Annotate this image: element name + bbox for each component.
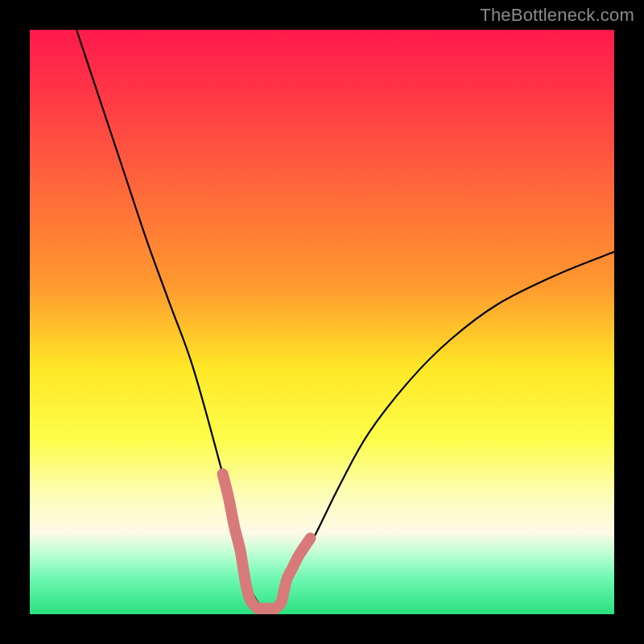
chart-svg (30, 30, 614, 614)
bottleneck-curve-path (76, 30, 614, 613)
optimal-zone-marker-path (223, 474, 311, 609)
watermark-text: TheBottleneck.com (480, 5, 634, 26)
plot-area (30, 30, 614, 614)
chart-frame: TheBottleneck.com (0, 0, 644, 644)
